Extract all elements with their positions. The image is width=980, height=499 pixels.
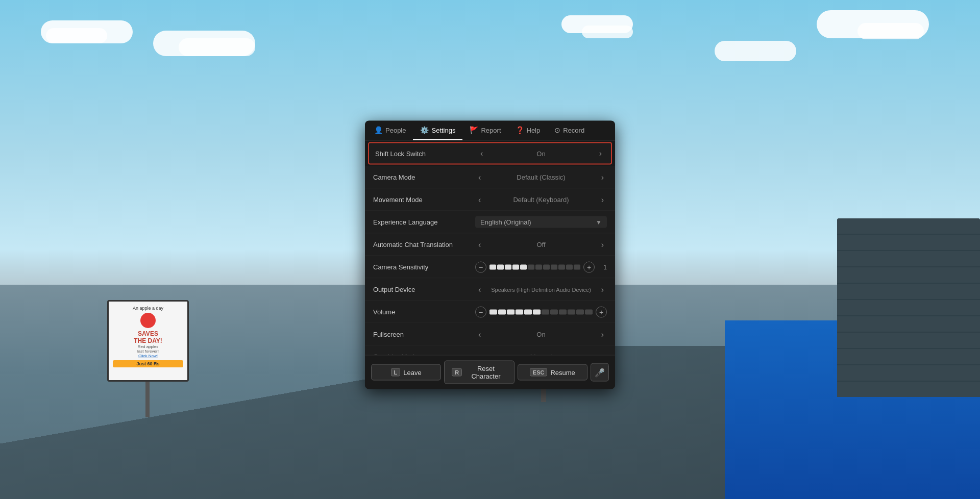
shift-lock-prev[interactable]: ‹ (477, 148, 486, 159)
tab-bar: 👤 People ⚙️ Settings 🚩 Report ❓ Help ⊙ R… (365, 121, 615, 141)
dropdown-chevron-icon: ▼ (596, 218, 602, 226)
tab-record-label: Record (563, 126, 584, 134)
seg (533, 309, 541, 314)
tab-report-label: Report (481, 126, 501, 134)
tab-record[interactable]: ⊙ Record (547, 121, 592, 140)
apple-icon (140, 313, 156, 328)
auto-chat-value: Off (486, 241, 596, 248)
output-device-prev[interactable]: ‹ (475, 284, 484, 295)
seg (498, 309, 506, 314)
volume-track (489, 308, 593, 315)
movement-mode-prev[interactable]: ‹ (475, 194, 484, 205)
auto-chat-translation-control: ‹ Off › (475, 239, 607, 250)
seg (528, 264, 534, 269)
output-device-control: ‹ Speakers (High Definition Audio Device… (475, 284, 607, 295)
movement-mode-value: Default (Keyboard) (486, 196, 596, 204)
fullscreen-label: Fullscreen (373, 331, 475, 338)
graphics-mode-prev[interactable]: ‹ (475, 351, 484, 355)
setting-output-device: Output Device ‹ Speakers (High Definitio… (365, 279, 615, 301)
billboard-price: Just 60 Rs (113, 360, 183, 367)
setting-shift-lock-switch: Shift Lock Switch ‹ On › (368, 142, 612, 165)
auto-chat-translation-label: Automatic Chat Translation (373, 241, 475, 248)
tab-report[interactable]: 🚩 Report (462, 121, 508, 140)
camera-mode-label: Camera Mode (373, 173, 475, 181)
seg (507, 309, 514, 314)
shift-lock-label: Shift Lock Switch (375, 149, 477, 157)
movement-mode-next[interactable]: › (598, 194, 607, 205)
resume-button[interactable]: ESC Resume (518, 364, 587, 381)
setting-movement-mode: Movement Mode ‹ Default (Keyboard) › (365, 189, 615, 211)
experience-language-value: English (Original) (480, 218, 531, 226)
tab-help-label: Help (527, 126, 541, 134)
seg (520, 264, 527, 269)
shift-lock-next[interactable]: › (596, 148, 605, 159)
seg (568, 309, 575, 314)
settings-icon: ⚙️ (420, 126, 429, 134)
resume-key-badge: ESC (530, 368, 548, 377)
fullscreen-value: On (486, 331, 596, 338)
billboard-line5: last forever! (113, 349, 183, 354)
volume-decrease[interactable]: − (475, 306, 486, 317)
seg (524, 309, 532, 314)
shift-lock-control: ‹ On › (477, 148, 605, 159)
mic-button[interactable]: 🎤 (591, 363, 609, 382)
volume-label: Volume (373, 308, 475, 316)
camera-mode-next[interactable]: › (598, 171, 607, 183)
fullscreen-control: ‹ On › (475, 329, 607, 340)
seg (558, 264, 565, 269)
setting-camera-sensitivity: Camera Sensitivity − + (365, 256, 615, 279)
mic-icon: 🎤 (595, 367, 605, 377)
auto-chat-next[interactable]: › (598, 239, 607, 250)
seg (505, 264, 511, 269)
experience-language-dropdown[interactable]: English (Original) ▼ (475, 216, 607, 228)
building-right (837, 218, 980, 397)
seg (576, 309, 584, 314)
fullscreen-prev[interactable]: ‹ (475, 329, 484, 340)
movement-mode-control: ‹ Default (Keyboard) › (475, 194, 607, 205)
billboard-click-link[interactable]: Click Now! (113, 354, 183, 358)
camera-sensitivity-increase[interactable]: + (583, 261, 595, 272)
report-icon: 🚩 (470, 126, 478, 134)
reset-character-label: Reset Character (465, 365, 506, 380)
resume-label: Resume (550, 368, 575, 376)
seg (566, 264, 573, 269)
seg (535, 264, 542, 269)
seg (489, 309, 497, 314)
billboard-left: An apple a day SAVES THE DAY! Red apples… (107, 300, 189, 382)
camera-sensitivity-decrease[interactable]: − (475, 261, 486, 272)
camera-sensitivity-value: 1 (598, 263, 607, 270)
volume-control: − + (475, 306, 607, 317)
camera-mode-value: Default (Classic) (486, 173, 596, 181)
experience-language-label: Experience Language (373, 218, 475, 226)
leave-label: Leave (403, 368, 421, 376)
settings-dialog: 👤 People ⚙️ Settings 🚩 Report ❓ Help ⊙ R… (365, 121, 615, 389)
tab-settings[interactable]: ⚙️ Settings (413, 121, 462, 140)
billboard-line4: Red apples (113, 344, 183, 349)
settings-list: Shift Lock Switch ‹ On › Camera Mode ‹ D… (365, 141, 615, 355)
camera-mode-prev[interactable]: ‹ (475, 171, 484, 183)
fullscreen-next[interactable]: › (598, 329, 607, 340)
setting-fullscreen: Fullscreen ‹ On › (365, 323, 615, 346)
volume-increase[interactable]: + (596, 306, 607, 317)
seg (543, 264, 550, 269)
leave-button[interactable]: L Leave (371, 364, 441, 381)
seg (551, 264, 557, 269)
tab-settings-label: Settings (431, 126, 455, 134)
reset-character-button[interactable]: R Reset Character (444, 361, 514, 384)
tab-people[interactable]: 👤 People (367, 121, 413, 140)
seg (585, 309, 593, 314)
graphics-mode-next[interactable]: › (598, 351, 607, 355)
seg (489, 264, 496, 269)
camera-sensitivity-track (489, 263, 580, 270)
camera-sensitivity-control: − + 1 (475, 261, 607, 272)
movement-mode-label: Movement Mode (373, 196, 475, 204)
tab-help[interactable]: ❓ Help (508, 121, 548, 140)
shift-lock-value: On (488, 149, 594, 157)
billboard-line1: An apple a day (113, 306, 183, 311)
setting-experience-language: Experience Language English (Original) ▼ (365, 211, 615, 234)
output-device-next[interactable]: › (598, 284, 607, 295)
billboard-left-post (145, 377, 150, 417)
seg (516, 309, 523, 314)
auto-chat-prev[interactable]: ‹ (475, 239, 484, 250)
setting-graphics-mode: Graphics Mode ‹ Manual › (365, 346, 615, 355)
